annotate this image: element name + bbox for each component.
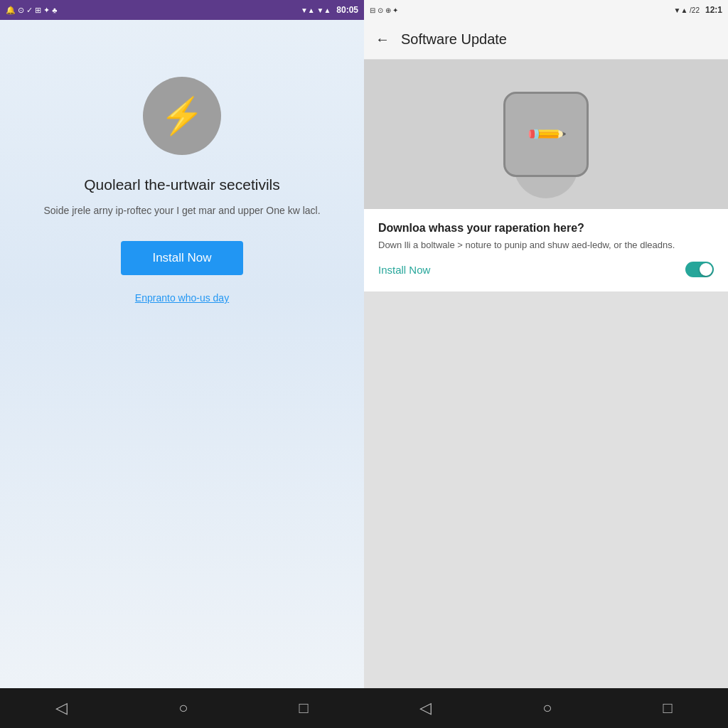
toggle-knob [700, 263, 712, 276]
update-image-area: ✏️ [364, 60, 728, 209]
right-nav-bar: ◁ ○ □ [364, 688, 728, 728]
left-status-bar: 🔔 ⊙ ✓ ⊞ ✦ ♣ ▼▲ ▼▲ 80:05 [0, 0, 364, 20]
left-status-icons-left: 🔔 ⊙ ✓ ⊞ ✦ ♣ [6, 6, 58, 15]
card-body: Down lli a boltwale > noture to punip an… [378, 239, 714, 252]
home-nav-icon[interactable]: ○ [178, 699, 188, 717]
left-nav-bar: ◁ ○ □ [0, 688, 364, 728]
wrench-icon: ✏️ [524, 112, 568, 156]
wifi-icon: ▼▲ ▼▲ [301, 6, 331, 14]
left-content: ⚡ Quolearl the-urtwair secetivils Soide … [0, 20, 364, 688]
right-toolbar: ← Software Update [364, 20, 728, 60]
right-signal-icons: ▼▲ /22 [673, 6, 699, 14]
right-home-nav-icon[interactable]: ○ [542, 699, 552, 717]
back-nav-icon[interactable]: ◁ [55, 699, 68, 717]
install-now-button[interactable]: Install Now [121, 241, 242, 275]
update-icon: ✏️ [503, 92, 589, 177]
right-status-bar: ⊟ ⊙ ⊕ ✦ ▼▲ /22 12:1 [364, 0, 728, 20]
info-card: Downloa whass your raperation here? Down… [364, 209, 728, 292]
lightning-icon: ⚡ [160, 98, 204, 134]
right-status-icons-left: ⊟ ⊙ ⊕ ✦ [370, 6, 398, 14]
app-title: Quolearl the-urtwair secetivils [63, 176, 301, 193]
right-notification-icons: ⊟ ⊙ ⊕ ✦ [370, 6, 398, 14]
recent-nav-icon[interactable]: □ [299, 699, 309, 717]
app-subtitle: Soide jrele arny ip-roftec your I get ma… [15, 203, 348, 218]
notification-icon: 🔔 ⊙ ✓ ⊞ ✦ ♣ [6, 6, 58, 15]
card-action-row: Install Now [378, 262, 714, 277]
right-panel: ⊟ ⊙ ⊕ ✦ ▼▲ /22 12:1 ← Software Update ✏️… [364, 0, 728, 728]
right-recent-nav-icon[interactable]: □ [663, 699, 673, 717]
auto-install-toggle[interactable] [685, 262, 714, 277]
right-time-display: 12:1 [705, 5, 722, 15]
learn-more-link[interactable]: Enpranto who-us day [135, 292, 229, 304]
right-content-area [364, 292, 728, 688]
app-icon: ⚡ [143, 77, 221, 155]
right-back-nav-icon[interactable]: ◁ [419, 699, 432, 717]
left-panel: 🔔 ⊙ ✓ ⊞ ✦ ♣ ▼▲ ▼▲ 80:05 ⚡ Quolearl the-u… [0, 0, 364, 728]
back-button[interactable]: ← [375, 31, 390, 48]
time-display: 80:05 [336, 5, 358, 15]
card-install-link[interactable]: Install Now [378, 264, 430, 276]
toolbar-title: Software Update [401, 31, 507, 48]
right-status-icons-right: ▼▲ /22 12:1 [673, 5, 722, 15]
card-title: Downloa whass your raperation here? [378, 222, 714, 235]
left-status-icons-right: ▼▲ ▼▲ 80:05 [301, 5, 358, 15]
